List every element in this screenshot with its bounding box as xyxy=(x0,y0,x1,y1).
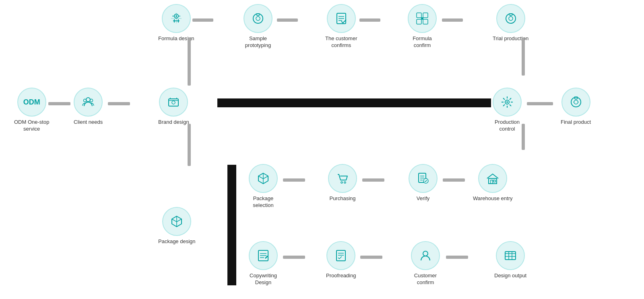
copywriting-label: CopywritingDesign xyxy=(250,272,277,286)
package-selection-icon xyxy=(249,164,278,193)
svg-point-35 xyxy=(506,101,508,103)
proofreading-label: Proofreading xyxy=(326,272,356,279)
node-verify: Verify xyxy=(409,164,438,202)
svg-rect-68 xyxy=(505,252,516,260)
connector-sample-confirm xyxy=(277,18,298,22)
final-product-icon xyxy=(561,88,590,117)
odm-icon: ODM xyxy=(17,88,46,117)
node-package-design: Package design xyxy=(158,207,196,245)
purchasing-icon xyxy=(328,164,357,193)
svg-point-45 xyxy=(574,100,578,104)
node-customer-confirm2: Customerconfirm xyxy=(411,241,440,286)
final-product-label: Final product xyxy=(561,119,591,126)
warehouse-entry-icon xyxy=(478,164,507,193)
svg-rect-59 xyxy=(493,180,495,182)
svg-point-67 xyxy=(423,251,428,256)
package-design-label: Package design xyxy=(158,238,196,245)
connector-verify-warehouse xyxy=(443,178,465,182)
production-control-icon xyxy=(493,88,522,117)
connector-odm-client xyxy=(48,102,70,105)
connector-purchasing-verify xyxy=(362,178,384,182)
design-output-label: Design output xyxy=(494,272,526,279)
svg-line-41 xyxy=(510,104,511,106)
node-package-selection: Packageselection xyxy=(249,164,278,209)
black-bar-center-right xyxy=(437,98,491,107)
node-formula-design: Formula design xyxy=(158,4,194,42)
trial-production-icon xyxy=(496,4,525,33)
connector-brand-up xyxy=(188,37,191,86)
svg-point-23 xyxy=(509,16,513,20)
warehouse-entry-label: Warehouse entry xyxy=(473,195,513,202)
design-output-icon xyxy=(496,241,525,270)
verify-label: Verify xyxy=(417,195,430,202)
sample-proto-label: Sampleprototyping xyxy=(245,35,271,49)
node-production-control: Productioncontrol xyxy=(493,88,522,133)
purchasing-label: Purchasing xyxy=(329,195,355,202)
connector-copy-proof xyxy=(283,256,305,259)
connector-trial-prod xyxy=(522,37,525,76)
svg-point-26 xyxy=(86,98,90,102)
black-bar-vertical xyxy=(227,165,236,285)
proofreading-icon xyxy=(326,241,355,270)
connector-formula-sample xyxy=(192,18,213,22)
svg-rect-64 xyxy=(336,250,345,261)
svg-rect-20 xyxy=(423,19,428,24)
node-purchasing: Purchasing xyxy=(328,164,357,202)
node-design-output: Design output xyxy=(494,241,526,279)
customer-confirms-label: The customerconfirms xyxy=(325,35,357,49)
connector-formula-trial xyxy=(442,18,463,22)
svg-rect-18 xyxy=(423,13,428,18)
client-needs-label: Client needs xyxy=(74,119,103,126)
process-diagram: Formula design Sampleprototyping xyxy=(0,0,644,299)
svg-line-40 xyxy=(503,98,505,100)
svg-rect-19 xyxy=(417,19,421,24)
svg-rect-11 xyxy=(256,14,260,15)
svg-rect-24 xyxy=(509,14,512,15)
brand-design-icon xyxy=(159,88,188,117)
node-final-product: Final product xyxy=(561,88,591,126)
formula-design-icon xyxy=(162,4,191,33)
connector-custconfirm-design xyxy=(446,256,468,259)
production-control-label: Productioncontrol xyxy=(495,119,520,133)
node-copywriting: CopywritingDesign xyxy=(249,241,278,286)
odm-label: ODM One-stopservice xyxy=(14,119,49,133)
node-odm: ODM ODM One-stopservice xyxy=(14,88,49,133)
package-design-icon xyxy=(162,207,191,236)
node-trial-production: Trial production xyxy=(493,4,528,42)
connector-client-brand xyxy=(108,102,130,105)
connector-brand-pkg xyxy=(188,124,191,166)
connector-confirm-formula2 xyxy=(359,18,380,22)
node-proofreading: Proofreading xyxy=(326,241,356,279)
node-brand-design: Brand design xyxy=(158,88,189,126)
formula-confirm-label: Formulaconfirm xyxy=(413,35,432,49)
customer-confirm2-icon xyxy=(411,241,440,270)
svg-rect-17 xyxy=(417,13,421,18)
svg-point-51 xyxy=(344,182,346,183)
node-warehouse-entry: Warehouse entry xyxy=(473,164,513,202)
copywriting-icon xyxy=(249,241,278,270)
svg-point-50 xyxy=(341,182,343,183)
connector-proof-custconfirm xyxy=(360,256,382,259)
brand-design-label: Brand design xyxy=(158,119,189,126)
svg-rect-46 xyxy=(574,97,578,99)
connector-pkg-purchasing xyxy=(283,178,305,182)
client-needs-icon xyxy=(74,88,103,117)
connector-prod-down xyxy=(522,124,525,150)
verify-icon xyxy=(409,164,438,193)
svg-rect-58 xyxy=(491,180,493,184)
svg-rect-29 xyxy=(169,99,178,106)
node-client-needs: Client needs xyxy=(74,88,103,126)
formula-confirm-icon xyxy=(408,4,437,33)
svg-point-21 xyxy=(421,17,423,20)
node-formula-confirm: Formulaconfirm xyxy=(408,4,437,49)
package-selection-label: Packageselection xyxy=(253,195,273,209)
svg-point-30 xyxy=(172,101,175,104)
node-customer-confirms: The customerconfirms xyxy=(325,4,357,49)
black-bar-center xyxy=(217,98,471,107)
customer-confirms-icon xyxy=(327,4,356,33)
svg-point-10 xyxy=(256,16,260,20)
connector-prod-final xyxy=(527,102,553,105)
node-sample-proto: Sampleprototyping xyxy=(244,4,272,49)
customer-confirm2-label: Customerconfirm xyxy=(414,272,437,286)
svg-line-43 xyxy=(503,104,505,106)
